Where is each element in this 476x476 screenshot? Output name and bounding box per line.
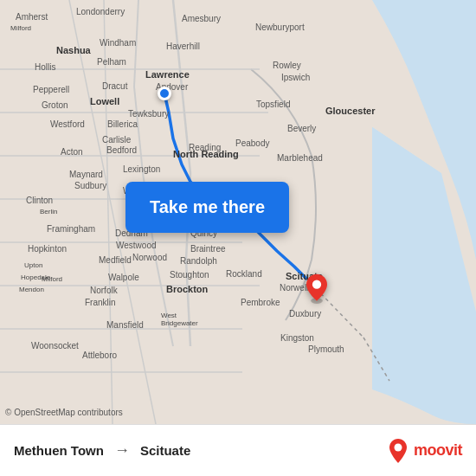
- moovit-text: moovit: [414, 441, 462, 460]
- bottom-bar: Methuen Town → Scituate moovit: [0, 424, 476, 476]
- moovit-logo: moovit: [388, 438, 462, 464]
- arrow-icon: →: [114, 441, 130, 460]
- map-container: Amherst Milford Londonderry Amesbury New…: [0, 0, 476, 424]
- take-me-there-button[interactable]: Take me there: [125, 182, 289, 233]
- map-copyright: © OpenStreetMap contributors: [5, 408, 123, 417]
- origin-marker: [158, 87, 171, 100]
- from-label: Methuen Town: [14, 443, 104, 458]
- svg-point-24: [394, 443, 402, 451]
- to-label: Scituate: [140, 443, 190, 458]
- svg-point-23: [312, 280, 321, 289]
- destination-marker: [301, 273, 332, 307]
- moovit-pin-icon: [388, 438, 408, 464]
